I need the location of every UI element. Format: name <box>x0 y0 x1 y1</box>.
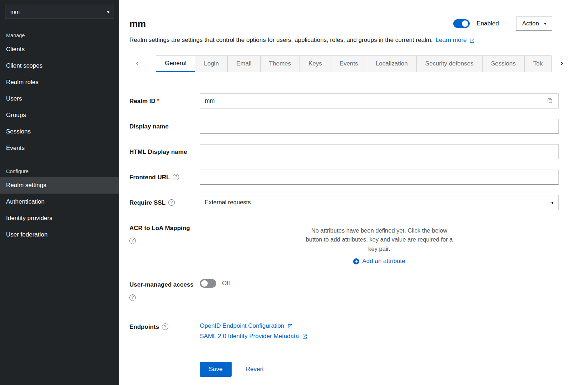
chevron-right-icon <box>559 61 564 66</box>
caret-down-icon: ▾ <box>107 10 109 14</box>
nav-group-configure: Configure Realm settings Authentication … <box>0 166 119 243</box>
require-ssl-select[interactable]: External requests ▾ <box>200 195 559 210</box>
external-link-icon <box>287 323 293 329</box>
acr-empty-state: No attributes have been defined yet. Cli… <box>200 220 559 265</box>
tab-general[interactable]: General <box>156 55 195 72</box>
toggle-knob <box>201 280 208 287</box>
copy-icon <box>547 98 553 104</box>
copy-to-clipboard-button[interactable] <box>541 94 558 108</box>
tab-sessions[interactable]: Sessions <box>482 55 524 72</box>
tab-list: General Login Email Themes Keys Events L… <box>156 55 552 72</box>
enabled-label: Enabled <box>476 20 499 27</box>
sidebar-item-realm-settings[interactable]: Realm settings <box>0 177 119 194</box>
frontend-url-row: Frontend URL? <box>129 170 559 185</box>
tab-events[interactable]: Events <box>331 55 367 72</box>
nav-section-configure-label: Configure <box>0 166 119 177</box>
realm-id-input-group <box>200 93 559 108</box>
sidebar-item-groups[interactable]: Groups <box>0 107 119 123</box>
required-asterisk: * <box>157 97 159 103</box>
sidebar-item-identity-providers[interactable]: Identity providers <box>0 210 119 226</box>
sidebar-nav: Manage Clients Client scopes Realm roles… <box>0 19 119 243</box>
tab-localization[interactable]: Localization <box>367 55 416 72</box>
help-icon[interactable]: ? <box>168 199 175 206</box>
acr-loa-mapping-row: ACR to LoA Mapping ? No attributes have … <box>129 220 559 265</box>
sidebar-item-users[interactable]: Users <box>0 91 119 107</box>
acr-loa-mapping-label: ACR to LoA Mapping ? <box>129 220 200 265</box>
tabbar-filler <box>572 55 588 72</box>
require-ssl-selected-value: External requests <box>205 199 251 206</box>
caret-down-icon: ▾ <box>551 200 554 205</box>
external-link-icon <box>302 334 307 339</box>
tab-email[interactable]: Email <box>227 55 260 72</box>
saml-identity-provider-metadata-link[interactable]: SAML 2.0 Identity Provider Metadata <box>200 331 307 341</box>
sidebar-item-realm-roles[interactable]: Realm roles <box>0 74 119 91</box>
help-icon[interactable]: ? <box>129 238 136 244</box>
action-dropdown-label: Action <box>522 20 539 27</box>
acr-empty-state-text: No attributes have been defined yet. Cli… <box>303 226 455 254</box>
realm-id-row: Realm ID* <box>129 93 559 108</box>
add-attribute-button[interactable]: + Add an attribute <box>353 258 405 265</box>
sidebar-item-authentication[interactable]: Authentication <box>0 194 119 210</box>
frontend-url-input[interactable] <box>200 170 559 185</box>
sidebar-item-clients[interactable]: Clients <box>0 41 119 58</box>
tab-keys[interactable]: Keys <box>300 55 331 72</box>
caret-down-icon: ▾ <box>544 21 546 26</box>
sidebar: mm ▾ Manage Clients Client scopes Realm … <box>0 0 119 385</box>
sidebar-item-user-federation[interactable]: User federation <box>0 226 119 243</box>
main-content: mm Enabled Action ▾ Realm settings are s… <box>119 0 588 385</box>
toggle-knob <box>462 20 468 27</box>
tab-tokens[interactable]: Tok <box>524 55 552 72</box>
learn-more-link[interactable]: Learn more <box>436 36 475 45</box>
add-attribute-label: Add an attribute <box>362 258 405 265</box>
html-display-name-label: HTML Display name <box>129 144 200 159</box>
display-name-row: Display name <box>129 119 559 134</box>
help-icon[interactable]: ? <box>129 294 136 301</box>
realm-selector[interactable]: mm ▾ <box>5 5 114 19</box>
plus-circle-icon: + <box>353 258 359 264</box>
help-icon[interactable]: ? <box>162 323 168 330</box>
tabs-scroll-left-button[interactable] <box>119 55 156 72</box>
user-managed-access-label: User-managed access ? <box>129 277 200 302</box>
tabs-scroll-right-button[interactable] <box>552 55 572 72</box>
html-display-name-row: HTML Display name <box>129 144 559 159</box>
user-managed-access-toggle[interactable] <box>200 279 216 288</box>
display-name-input[interactable] <box>200 119 559 134</box>
nav-section-manage-label: Manage <box>0 30 119 41</box>
openid-endpoint-configuration-link[interactable]: OpenID Endpoint Configuration <box>200 321 293 331</box>
sidebar-item-sessions[interactable]: Sessions <box>0 123 119 140</box>
sidebar-item-client-scopes[interactable]: Client scopes <box>0 58 119 74</box>
require-ssl-label: Require SSL? <box>129 195 200 210</box>
save-button[interactable]: Save <box>200 362 232 377</box>
endpoints-label: Endpoints? <box>129 319 200 341</box>
external-link-icon <box>469 38 475 43</box>
page-header: mm Enabled Action ▾ Realm settings are s… <box>119 0 588 45</box>
realm-id-label: Realm ID* <box>129 93 200 108</box>
realm-enabled-toggle[interactable] <box>453 19 470 28</box>
frontend-url-label: Frontend URL? <box>129 170 200 185</box>
page-title: mm <box>129 18 146 29</box>
realm-settings-tabs: General Login Email Themes Keys Events L… <box>119 55 588 72</box>
user-managed-access-state: Off <box>222 280 230 287</box>
help-icon[interactable]: ? <box>173 174 179 180</box>
sidebar-item-events[interactable]: Events <box>0 140 119 156</box>
require-ssl-row: Require SSL? External requests ▾ <box>129 195 559 210</box>
nav-group-manage: Manage Clients Client scopes Realm roles… <box>0 30 119 156</box>
general-settings-form: Realm ID* Display name HTML Display name <box>119 72 588 377</box>
form-actions: Save Revert <box>200 362 559 377</box>
tab-login[interactable]: Login <box>195 55 227 72</box>
realm-selector-value: mm <box>10 9 20 15</box>
tab-themes[interactable]: Themes <box>260 55 300 72</box>
realm-id-input[interactable] <box>200 94 541 108</box>
endpoints-row: Endpoints? OpenID Endpoint Configuration… <box>129 319 559 341</box>
html-display-name-input[interactable] <box>200 144 559 159</box>
chevron-left-icon <box>135 61 140 66</box>
description-text: Realm settings are settings that control… <box>129 36 433 43</box>
display-name-label: Display name <box>129 119 200 134</box>
action-dropdown-button[interactable]: Action ▾ <box>516 16 552 31</box>
tab-security-defenses[interactable]: Security defenses <box>416 55 482 72</box>
revert-button[interactable]: Revert <box>246 366 264 373</box>
realm-settings-description: Realm settings are settings that control… <box>129 36 559 45</box>
user-managed-access-row: User-managed access ? Off <box>129 277 559 302</box>
